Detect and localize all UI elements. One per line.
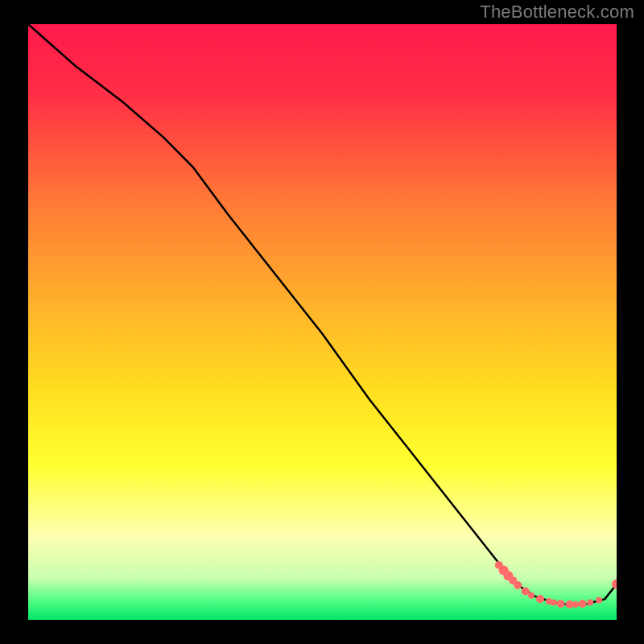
data-marker [612,580,621,589]
data-marker [528,592,535,599]
data-marker [551,600,557,606]
chart-background [28,24,617,620]
data-marker [522,587,530,595]
data-marker [514,581,522,589]
data-marker [596,597,602,604]
chart-frame: { "watermark": "TheBottleneck.com", "cha… [0,0,644,644]
data-marker [587,600,593,606]
bottleneck-chart [0,0,644,644]
watermark-label: TheBottleneck.com [480,2,634,23]
data-marker [536,595,544,603]
data-marker [557,600,565,608]
data-marker [579,600,587,608]
data-marker [572,601,579,608]
